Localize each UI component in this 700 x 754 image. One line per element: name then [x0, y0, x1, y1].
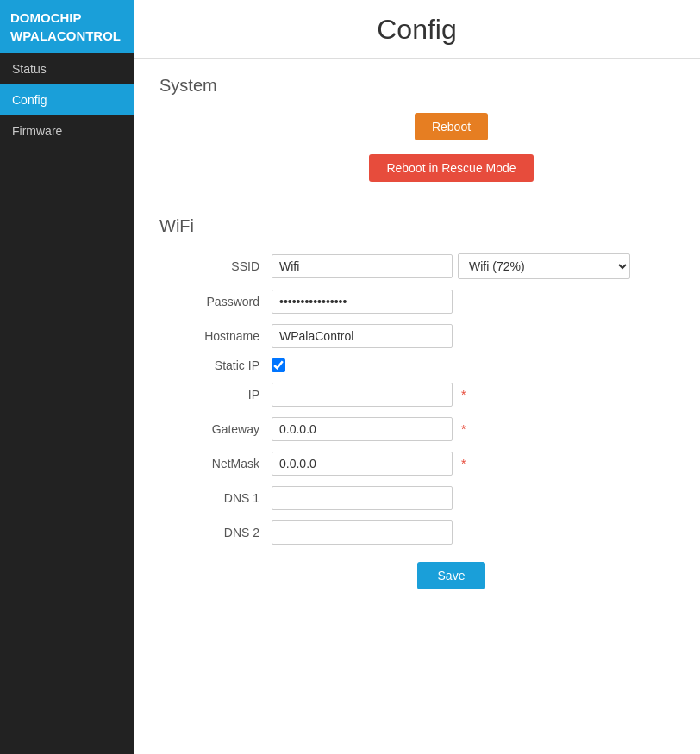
system-section-title: System	[159, 76, 674, 96]
password-row: Password	[159, 290, 674, 314]
gateway-row: Gateway *	[159, 417, 674, 441]
static-ip-row: Static IP	[159, 358, 674, 372]
ssid-row: SSID Wifi (72%) Other Network (50%) Anot…	[159, 253, 674, 279]
ip-required-star: *	[461, 388, 466, 402]
main-content: Config System Reboot Reboot in Rescue Mo…	[134, 0, 700, 754]
ssid-label: SSID	[159, 259, 272, 273]
gateway-field: *	[272, 417, 466, 441]
dns1-field	[272, 486, 453, 510]
sidebar: DOMOCHIP WPALACONTROL Status Config Firm…	[0, 0, 134, 754]
dns1-label: DNS 1	[159, 491, 272, 505]
netmask-input[interactable]	[272, 452, 453, 476]
gateway-input[interactable]	[272, 417, 453, 441]
dns1-input[interactable]	[272, 486, 453, 510]
hostname-label: Hostname	[159, 329, 272, 343]
netmask-row: NetMask *	[159, 452, 674, 476]
netmask-label: NetMask	[159, 457, 272, 470]
rescue-reboot-button[interactable]: Reboot in Rescue Mode	[369, 154, 533, 182]
password-field	[272, 290, 453, 314]
static-ip-label: Static IP	[159, 358, 272, 372]
netmask-field: *	[272, 452, 466, 476]
page-title: Config	[151, 14, 683, 46]
static-ip-checkbox[interactable]	[272, 358, 285, 372]
page-header: Config	[134, 0, 700, 59]
hostname-input[interactable]	[272, 324, 453, 348]
hostname-row: Hostname	[159, 324, 674, 348]
save-row: Save	[228, 562, 674, 589]
ssid-dropdown[interactable]: Wifi (72%) Other Network (50%) AnotherNe…	[458, 253, 630, 279]
ip-input[interactable]	[272, 383, 453, 407]
brand-line1: DOMOCHIP	[10, 9, 123, 27]
system-section: System Reboot Reboot in Rescue Mode	[159, 76, 674, 182]
sidebar-item-config[interactable]: Config	[0, 84, 134, 115]
sidebar-nav: Status Config Firmware	[0, 53, 134, 146]
ip-label: IP	[159, 388, 272, 402]
gateway-label: Gateway	[159, 422, 272, 436]
static-ip-field	[272, 358, 285, 372]
wifi-section: WiFi SSID Wifi (72%) Other Network (50%)…	[159, 216, 674, 589]
dns2-input[interactable]	[272, 520, 453, 545]
ip-field: *	[272, 383, 466, 407]
hostname-field	[272, 324, 453, 348]
gateway-required-star: *	[461, 422, 466, 436]
password-input[interactable]	[272, 290, 453, 314]
save-button[interactable]: Save	[417, 562, 486, 589]
sidebar-brand: DOMOCHIP WPALACONTROL	[0, 0, 134, 53]
system-buttons: Reboot Reboot in Rescue Mode	[228, 113, 674, 182]
sidebar-item-firmware[interactable]: Firmware	[0, 115, 134, 146]
content-area: System Reboot Reboot in Rescue Mode WiFi…	[134, 59, 700, 607]
ssid-input[interactable]	[272, 254, 453, 278]
sidebar-item-status[interactable]: Status	[0, 53, 134, 84]
dns2-label: DNS 2	[159, 526, 272, 539]
ip-row: IP *	[159, 383, 674, 407]
reboot-button[interactable]: Reboot	[415, 113, 488, 140]
dns2-row: DNS 2	[159, 520, 674, 545]
dns2-field	[272, 520, 453, 545]
wifi-section-title: WiFi	[159, 216, 674, 236]
brand-line2: WPALACONTROL	[10, 27, 123, 45]
password-label: Password	[159, 295, 272, 308]
ssid-field: Wifi (72%) Other Network (50%) AnotherNe…	[272, 253, 630, 279]
netmask-required-star: *	[461, 457, 466, 470]
dns1-row: DNS 1	[159, 486, 674, 510]
